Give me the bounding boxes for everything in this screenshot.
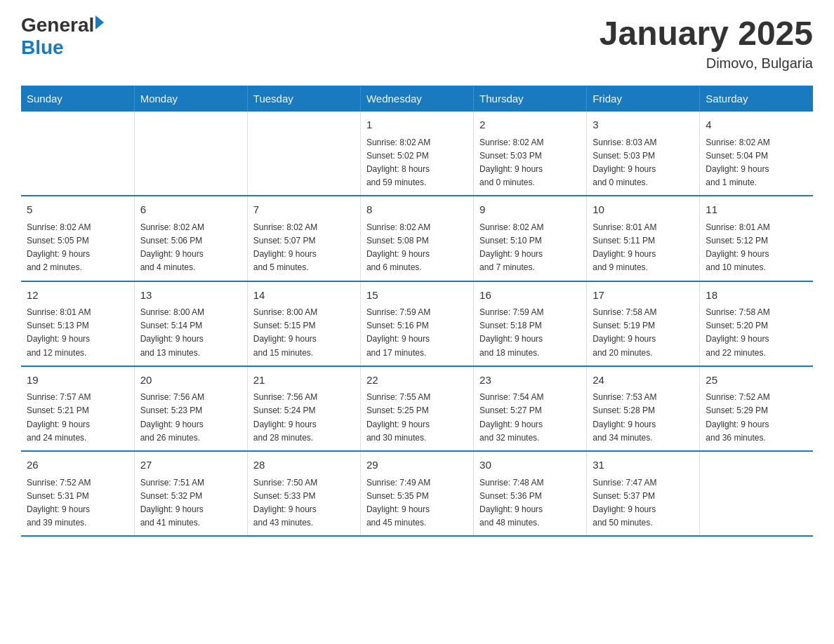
logo-arrow-icon	[95, 15, 104, 29]
calendar-cell: 5Sunrise: 8:02 AM Sunset: 5:05 PM Daylig…	[21, 196, 134, 281]
day-number: 21	[253, 373, 355, 389]
day-number: 14	[253, 288, 355, 304]
day-number: 6	[140, 202, 241, 218]
day-info: Sunrise: 7:58 AM Sunset: 5:19 PM Dayligh…	[593, 306, 694, 360]
day-info: Sunrise: 7:47 AM Sunset: 5:37 PM Dayligh…	[593, 476, 694, 530]
logo: General Blue	[21, 14, 104, 59]
day-info: Sunrise: 8:02 AM Sunset: 5:07 PM Dayligh…	[253, 221, 355, 275]
day-info: Sunrise: 8:02 AM Sunset: 5:08 PM Dayligh…	[366, 221, 468, 275]
header-day-friday: Friday	[587, 86, 700, 112]
page-header: General Blue January 2025 Dimovo, Bulgar…	[21, 14, 813, 72]
calendar-cell: 1Sunrise: 8:02 AM Sunset: 5:02 PM Daylig…	[360, 112, 473, 196]
day-info: Sunrise: 8:00 AM Sunset: 5:14 PM Dayligh…	[140, 306, 241, 360]
day-info: Sunrise: 8:02 AM Sunset: 5:06 PM Dayligh…	[140, 221, 241, 275]
day-info: Sunrise: 8:02 AM Sunset: 5:10 PM Dayligh…	[479, 221, 581, 275]
day-number: 1	[366, 117, 468, 133]
calendar-cell: 10Sunrise: 8:01 AM Sunset: 5:11 PM Dayli…	[587, 196, 700, 281]
logo-blue: Blue	[21, 36, 104, 59]
day-number: 8	[366, 202, 468, 218]
day-number: 16	[479, 288, 581, 304]
calendar-cell: 31Sunrise: 7:47 AM Sunset: 5:37 PM Dayli…	[587, 451, 700, 536]
header-row: SundayMondayTuesdayWednesdayThursdayFrid…	[21, 86, 813, 112]
header-day-saturday: Saturday	[700, 86, 813, 112]
day-info: Sunrise: 8:03 AM Sunset: 5:03 PM Dayligh…	[593, 136, 694, 190]
calendar-body: 1Sunrise: 8:02 AM Sunset: 5:02 PM Daylig…	[21, 112, 813, 536]
calendar-header: SundayMondayTuesdayWednesdayThursdayFrid…	[21, 86, 813, 112]
calendar-cell: 29Sunrise: 7:49 AM Sunset: 5:35 PM Dayli…	[360, 451, 473, 536]
location: Dimovo, Bulgaria	[600, 55, 813, 72]
day-number: 24	[593, 373, 694, 389]
day-info: Sunrise: 8:02 AM Sunset: 5:05 PM Dayligh…	[27, 221, 128, 275]
header-day-tuesday: Tuesday	[247, 86, 360, 112]
week-row-1: 1Sunrise: 8:02 AM Sunset: 5:02 PM Daylig…	[21, 112, 813, 196]
logo-general: General	[21, 14, 94, 36]
day-number: 29	[366, 457, 468, 474]
week-row-4: 19Sunrise: 7:57 AM Sunset: 5:21 PM Dayli…	[21, 366, 813, 451]
title-section: January 2025 Dimovo, Bulgaria	[600, 14, 813, 72]
day-number: 25	[706, 373, 807, 389]
day-info: Sunrise: 7:48 AM Sunset: 5:36 PM Dayligh…	[479, 476, 581, 530]
day-number: 23	[479, 373, 581, 389]
day-number: 2	[479, 117, 581, 133]
day-info: Sunrise: 7:56 AM Sunset: 5:23 PM Dayligh…	[140, 391, 241, 445]
calendar-cell: 6Sunrise: 8:02 AM Sunset: 5:06 PM Daylig…	[134, 196, 247, 281]
calendar-cell: 22Sunrise: 7:55 AM Sunset: 5:25 PM Dayli…	[360, 366, 473, 451]
day-number: 12	[27, 288, 128, 304]
calendar-cell: 8Sunrise: 8:02 AM Sunset: 5:08 PM Daylig…	[360, 196, 473, 281]
day-number: 11	[706, 202, 807, 218]
day-number: 7	[253, 202, 355, 218]
day-number: 22	[366, 373, 468, 389]
day-info: Sunrise: 8:01 AM Sunset: 5:13 PM Dayligh…	[27, 306, 128, 360]
day-info: Sunrise: 8:00 AM Sunset: 5:15 PM Dayligh…	[253, 306, 355, 360]
day-number: 3	[593, 117, 694, 133]
day-number: 20	[140, 373, 241, 389]
calendar-cell: 28Sunrise: 7:50 AM Sunset: 5:33 PM Dayli…	[247, 451, 360, 536]
day-number: 9	[479, 202, 581, 218]
week-row-5: 26Sunrise: 7:52 AM Sunset: 5:31 PM Dayli…	[21, 451, 813, 536]
day-info: Sunrise: 7:57 AM Sunset: 5:21 PM Dayligh…	[27, 391, 128, 445]
day-info: Sunrise: 7:59 AM Sunset: 5:18 PM Dayligh…	[479, 306, 581, 360]
day-number: 30	[479, 457, 581, 474]
calendar-cell: 9Sunrise: 8:02 AM Sunset: 5:10 PM Daylig…	[474, 196, 587, 281]
calendar-cell: 11Sunrise: 8:01 AM Sunset: 5:12 PM Dayli…	[700, 196, 813, 281]
day-number: 4	[706, 117, 807, 133]
calendar-cell: 17Sunrise: 7:58 AM Sunset: 5:19 PM Dayli…	[587, 281, 700, 366]
header-day-wednesday: Wednesday	[360, 86, 473, 112]
day-info: Sunrise: 7:52 AM Sunset: 5:31 PM Dayligh…	[27, 476, 128, 530]
day-info: Sunrise: 8:01 AM Sunset: 5:11 PM Dayligh…	[593, 221, 694, 275]
calendar-cell: 19Sunrise: 7:57 AM Sunset: 5:21 PM Dayli…	[21, 366, 134, 451]
calendar-cell: 13Sunrise: 8:00 AM Sunset: 5:14 PM Dayli…	[134, 281, 247, 366]
day-number: 26	[27, 457, 128, 474]
calendar-cell: 26Sunrise: 7:52 AM Sunset: 5:31 PM Dayli…	[21, 451, 134, 536]
calendar-table: SundayMondayTuesdayWednesdayThursdayFrid…	[21, 86, 813, 537]
calendar-cell: 21Sunrise: 7:56 AM Sunset: 5:24 PM Dayli…	[247, 366, 360, 451]
day-number: 31	[593, 457, 694, 474]
header-day-monday: Monday	[134, 86, 247, 112]
day-info: Sunrise: 7:59 AM Sunset: 5:16 PM Dayligh…	[366, 306, 468, 360]
calendar-cell: 15Sunrise: 7:59 AM Sunset: 5:16 PM Dayli…	[360, 281, 473, 366]
calendar-cell: 30Sunrise: 7:48 AM Sunset: 5:36 PM Dayli…	[474, 451, 587, 536]
calendar-cell: 24Sunrise: 7:53 AM Sunset: 5:28 PM Dayli…	[587, 366, 700, 451]
calendar-cell: 18Sunrise: 7:58 AM Sunset: 5:20 PM Dayli…	[700, 281, 813, 366]
calendar-cell: 2Sunrise: 8:02 AM Sunset: 5:03 PM Daylig…	[474, 112, 587, 196]
month-title: January 2025	[600, 14, 813, 53]
day-info: Sunrise: 8:01 AM Sunset: 5:12 PM Dayligh…	[706, 221, 807, 275]
calendar-cell: 3Sunrise: 8:03 AM Sunset: 5:03 PM Daylig…	[587, 112, 700, 196]
day-number: 19	[27, 373, 128, 389]
day-info: Sunrise: 7:49 AM Sunset: 5:35 PM Dayligh…	[366, 476, 468, 530]
calendar-cell: 12Sunrise: 8:01 AM Sunset: 5:13 PM Dayli…	[21, 281, 134, 366]
calendar-cell: 16Sunrise: 7:59 AM Sunset: 5:18 PM Dayli…	[474, 281, 587, 366]
calendar-cell: 27Sunrise: 7:51 AM Sunset: 5:32 PM Dayli…	[134, 451, 247, 536]
day-number: 17	[593, 288, 694, 304]
day-number: 27	[140, 457, 241, 474]
week-row-3: 12Sunrise: 8:01 AM Sunset: 5:13 PM Dayli…	[21, 281, 813, 366]
calendar-cell: 14Sunrise: 8:00 AM Sunset: 5:15 PM Dayli…	[247, 281, 360, 366]
day-info: Sunrise: 8:02 AM Sunset: 5:03 PM Dayligh…	[479, 136, 581, 190]
day-info: Sunrise: 8:02 AM Sunset: 5:04 PM Dayligh…	[706, 136, 807, 190]
calendar-cell: 25Sunrise: 7:52 AM Sunset: 5:29 PM Dayli…	[700, 366, 813, 451]
header-day-sunday: Sunday	[21, 86, 134, 112]
day-info: Sunrise: 7:55 AM Sunset: 5:25 PM Dayligh…	[366, 391, 468, 445]
day-number: 5	[27, 202, 128, 218]
day-info: Sunrise: 7:51 AM Sunset: 5:32 PM Dayligh…	[140, 476, 241, 530]
day-info: Sunrise: 7:56 AM Sunset: 5:24 PM Dayligh…	[253, 391, 355, 445]
